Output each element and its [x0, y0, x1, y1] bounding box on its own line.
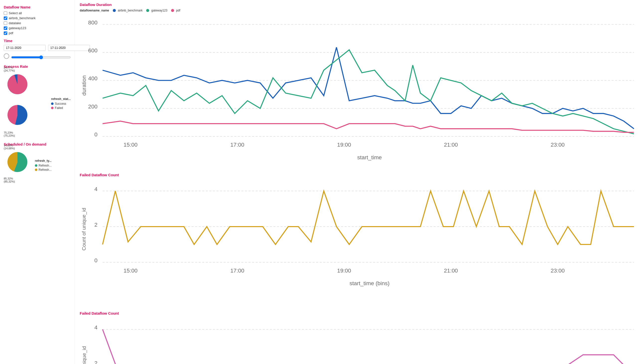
svg-text:15:00: 15:00: [124, 142, 138, 148]
failed-count2-title: Failed Dataflow Count: [80, 311, 639, 315]
duration-legend: dataflowname_name airbnb_benchmark gatew…: [80, 8, 639, 13]
legend-gateway: gateway123: [146, 9, 167, 12]
svg-text:2: 2: [94, 222, 97, 228]
select-all-row[interactable]: Select all: [4, 11, 71, 15]
failed-count2-svg: 4 2 0 Count of unique_id 19:00 20:00 21:…: [80, 317, 639, 364]
gateway-label: gateway123: [9, 26, 26, 30]
failed-dot: [51, 107, 54, 109]
scheduled-pie-chart: [4, 148, 31, 176]
failed-pct-top: 24,77% (24,77%): [4, 66, 15, 72]
success-pie-wrapper: 24,77% (24,77%): [4, 71, 47, 137]
scheduled-legend-title: refresh_ty...: [35, 159, 52, 162]
success-pie-container: 24,77% (24,77%): [4, 71, 71, 137]
svg-text:600: 600: [88, 47, 97, 54]
time-title: Time: [4, 39, 71, 43]
duration-chart-block: Dataflow Duration dataflowname_name airb…: [80, 3, 639, 168]
success-dot: [51, 102, 54, 105]
gateway-row[interactable]: gateway123: [4, 26, 71, 30]
datalake-label: datalake: [9, 21, 21, 25]
duration-chart-area: 800 600 400 200 0 duration 15:00 17:00: [80, 14, 639, 168]
pdf-label: pdf: [9, 31, 13, 35]
svg-text:Count of unique_id: Count of unique_id: [82, 346, 87, 364]
svg-text:21:00: 21:00: [444, 142, 458, 148]
failed-legend-item: Failed: [51, 106, 71, 110]
legend-series-title: dataflowname_name: [80, 9, 109, 12]
failed-count2-area: 4 2 0 Count of unique_id 19:00 20:00 21:…: [80, 317, 639, 364]
gateway-legend-dot: [146, 9, 149, 12]
svg-text:400: 400: [88, 75, 97, 82]
scheduled-pie-container: 14,68% (14,68%) 85,32% (85,32%): [4, 148, 71, 183]
date-inputs: [4, 45, 71, 51]
time-range-slider[interactable]: [11, 55, 71, 59]
pdf-row[interactable]: pdf: [4, 31, 71, 35]
airbnb-checkbox[interactable]: [4, 17, 7, 20]
refresh1-pct-bottom: 85,32% (85,32%): [4, 177, 31, 183]
legend-airbnb: airbnb_benchmark: [113, 9, 142, 12]
scheduled-legend: refresh_ty... Refresh... Refresh...: [35, 159, 52, 172]
airbnb-row[interactable]: airbnb_benchmark: [4, 16, 71, 20]
svg-text:800: 800: [88, 20, 97, 26]
svg-text:15:00: 15:00: [124, 267, 138, 273]
svg-text:19:00: 19:00: [337, 142, 351, 148]
svg-text:2: 2: [94, 360, 97, 364]
dataflow-name-title: Dataflow Name: [4, 5, 71, 9]
svg-text:17:00: 17:00: [230, 142, 244, 148]
select-all-label: Select all: [9, 11, 22, 15]
success-pct-bottom: 75,23% (75,23%): [4, 131, 47, 137]
date-start-input[interactable]: [4, 45, 46, 51]
svg-text:200: 200: [88, 103, 97, 110]
svg-text:17:00: 17:00: [230, 267, 244, 273]
main-content: Dataflow Duration dataflowname_name airb…: [75, 0, 644, 364]
svg-text:4: 4: [94, 186, 97, 192]
refresh2-pct-top: 14,68% (14,68%): [4, 144, 15, 150]
svg-text:23:00: 23:00: [550, 267, 564, 273]
success-pie-chart: [4, 71, 31, 98]
failed-count-title: Failed Dataflow Count: [80, 173, 639, 177]
success-legend: refresh_stat... Success Failed: [51, 97, 71, 110]
airbnb-label: airbnb_benchmark: [9, 16, 36, 20]
svg-text:19:00: 19:00: [337, 267, 351, 273]
scheduled-section: Scheduled / On demand 14,68% (14,68%): [4, 142, 71, 183]
time-slider-handle[interactable]: [4, 53, 9, 59]
sidebar: Dataflow Name Select all airbnb_benchmar…: [0, 0, 75, 364]
legend-pdf: pdf: [171, 9, 180, 12]
refresh1-legend-item: Refresh...: [35, 164, 52, 167]
scheduled-pie-wrapper: 14,68% (14,68%) 85,32% (85,32%): [4, 148, 31, 183]
svg-text:0: 0: [94, 257, 97, 263]
success-rate-section: Success Rate 24,77% (24,77%): [4, 64, 71, 137]
failed-count-area: 4 2 0 Count of unique_id 15:00 17:00 19:…: [80, 178, 639, 306]
select-all-checkbox[interactable]: [4, 12, 7, 15]
success-legend-title: refresh_stat...: [51, 97, 71, 101]
success-legend-item: Success: [51, 102, 71, 105]
failed-count-svg: 4 2 0 Count of unique_id 15:00 17:00 19:…: [80, 178, 639, 305]
pdf-legend-dot: [171, 9, 174, 12]
refresh2-dot: [35, 168, 37, 171]
duration-svg: 800 600 400 200 0 duration 15:00 17:00: [80, 14, 639, 167]
refresh1-dot: [35, 164, 37, 167]
failed-count-chart-block: Failed Dataflow Count 4 2 0 Count of uni…: [80, 173, 639, 306]
svg-text:duration: duration: [81, 75, 87, 95]
svg-text:4: 4: [94, 324, 97, 331]
svg-text:0: 0: [94, 131, 97, 138]
svg-text:start_time (bins): start_time (bins): [350, 280, 390, 286]
duration-chart-title: Dataflow Duration: [80, 3, 639, 7]
svg-text:21:00: 21:00: [444, 267, 458, 273]
refresh2-legend-item: Refresh...: [35, 168, 52, 171]
datalake-checkbox[interactable]: [4, 22, 7, 25]
time-section: Time: [4, 39, 71, 59]
success-pie-chart-v2: [4, 100, 31, 130]
failed-count2-chart-block: Failed Dataflow Count 4 2 0 Count of uni…: [80, 311, 639, 364]
svg-text:23:00: 23:00: [550, 142, 564, 148]
svg-text:Count of unique_id: Count of unique_id: [82, 208, 87, 250]
airbnb-legend-dot: [113, 9, 116, 12]
datalake-row[interactable]: datalake: [4, 21, 71, 25]
pdf-checkbox[interactable]: [4, 31, 7, 35]
svg-text:start_time: start_time: [357, 154, 382, 160]
gateway-checkbox[interactable]: [4, 27, 7, 30]
